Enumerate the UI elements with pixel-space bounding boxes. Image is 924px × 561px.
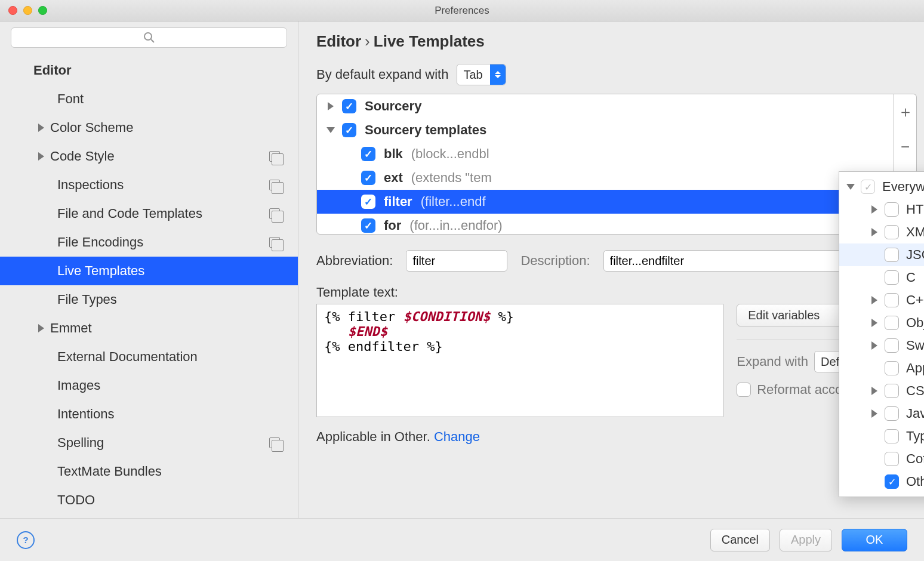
checkbox[interactable] <box>885 293 899 307</box>
titlebar: Preferences <box>0 0 924 21</box>
checkbox[interactable] <box>885 248 899 262</box>
abbreviation-input[interactable] <box>406 250 507 272</box>
template-group-sourcery-templates[interactable]: Sourcery templates <box>317 118 894 142</box>
template-group-sourcery[interactable]: Sourcery <box>317 94 894 118</box>
checkbox[interactable] <box>885 338 899 353</box>
sidebar-item-code-style[interactable]: Code Style <box>0 142 298 171</box>
template-item-blk[interactable]: blk (block...endbl <box>317 142 894 166</box>
ok-button[interactable]: OK <box>842 529 907 551</box>
sidebar-item-file-encodings[interactable]: File Encodings <box>0 228 298 257</box>
cancel-button[interactable]: Cancel <box>710 529 770 551</box>
checkbox[interactable] <box>342 123 356 137</box>
checkbox[interactable] <box>885 452 899 466</box>
sidebar-item-file-code-templates[interactable]: File and Code Templates <box>0 199 298 228</box>
apply-button[interactable]: Apply <box>780 529 832 551</box>
expand-select[interactable]: Tab <box>457 64 506 85</box>
checkbox[interactable] <box>361 195 375 209</box>
checkbox[interactable] <box>361 218 375 233</box>
main-panel: Editor›Live Templates By default expand … <box>298 21 924 518</box>
context-popup: Everywhere HTML XML JSON C C++ Objective… <box>839 171 924 497</box>
chevron-down-icon <box>327 127 335 133</box>
sidebar-item-images[interactable]: Images <box>0 371 298 400</box>
checkbox[interactable] <box>361 171 375 185</box>
chevron-right-icon <box>38 324 44 332</box>
chevron-right-icon <box>871 296 877 304</box>
description-label: Description: <box>520 253 590 269</box>
chevron-right-icon <box>871 387 877 395</box>
checkbox[interactable] <box>361 147 375 161</box>
search-input[interactable] <box>11 27 287 48</box>
template-item-for[interactable]: for (for...in...endfor) <box>317 214 894 235</box>
popup-item-javascript[interactable]: JavaScript <box>839 402 924 425</box>
checkbox[interactable] <box>885 225 899 239</box>
checkbox[interactable] <box>885 474 899 489</box>
sidebar-item-textmate-bundles[interactable]: TextMate Bundles <box>0 457 298 486</box>
template-text-label: Template text: <box>316 285 917 300</box>
svg-line-1 <box>151 39 154 42</box>
chevron-right-icon <box>328 102 334 110</box>
applicable-context: Applicable in Other. Change <box>316 429 917 445</box>
add-button[interactable]: ＋ <box>894 94 916 130</box>
checkbox[interactable] <box>885 270 899 285</box>
sidebar-item-file-types[interactable]: File Types <box>0 285 298 314</box>
checkbox[interactable] <box>885 406 899 421</box>
chevron-right-icon <box>871 409 877 418</box>
sidebar-item-font[interactable]: Font <box>0 85 298 113</box>
project-icon <box>269 208 280 219</box>
project-icon <box>269 237 280 248</box>
checkbox[interactable] <box>885 384 899 398</box>
popup-item-css[interactable]: CSS <box>839 380 924 402</box>
template-text-editor[interactable]: {% filter $CONDITION$ %} $END$ {% endfil… <box>316 304 723 417</box>
popup-item-c[interactable]: C <box>839 266 924 289</box>
change-link[interactable]: Change <box>434 429 480 444</box>
sidebar-item-intentions[interactable]: Intentions <box>0 400 298 429</box>
checkbox[interactable] <box>885 429 899 443</box>
sidebar-item-todo[interactable]: TODO <box>0 486 298 514</box>
sidebar-item-live-templates[interactable]: Live Templates <box>0 257 298 285</box>
popup-item-coffeescript[interactable]: CoffeeScript <box>839 448 924 470</box>
remove-button[interactable]: − <box>894 130 916 165</box>
sidebar-root-editor[interactable]: Editor <box>0 56 298 85</box>
popup-item-html[interactable]: HTML <box>839 198 924 221</box>
chevron-right-icon <box>871 228 877 236</box>
template-item-ext[interactable]: ext (extends "tem <box>317 166 894 190</box>
abbreviation-label: Abbreviation: <box>316 253 393 269</box>
checkbox[interactable] <box>861 180 875 194</box>
popup-item-cpp[interactable]: C++ <box>839 289 924 312</box>
search-icon <box>143 32 155 44</box>
chevron-right-icon <box>871 205 877 214</box>
chevron-right-icon <box>38 152 44 161</box>
project-icon <box>269 437 280 448</box>
expand-label: By default expand with <box>316 67 448 82</box>
chevron-right-icon <box>871 341 877 350</box>
reformat-checkbox[interactable] <box>737 383 751 397</box>
expand-with-label: Expand with <box>737 354 808 369</box>
checkbox[interactable] <box>885 202 899 217</box>
popup-item-swift[interactable]: Swift <box>839 334 924 357</box>
chevron-right-icon <box>38 124 44 132</box>
breadcrumb: Editor›Live Templates <box>316 32 917 51</box>
help-button[interactable]: ? <box>17 531 35 549</box>
preferences-window: Preferences Editor Font Color Scheme Cod… <box>0 0 924 561</box>
chevron-down-icon <box>846 184 855 190</box>
checkbox[interactable] <box>342 99 356 113</box>
breadcrumb-separator: › <box>365 32 370 50</box>
sidebar-item-external-documentation[interactable]: External Documentation <box>0 343 298 371</box>
popup-item-other[interactable]: Other <box>839 470 924 493</box>
checkbox[interactable] <box>885 361 899 375</box>
popup-item-everywhere[interactable]: Everywhere <box>839 175 924 198</box>
sidebar-item-color-scheme[interactable]: Color Scheme <box>0 113 298 142</box>
chevron-right-icon <box>871 319 877 327</box>
sidebar-item-spelling[interactable]: Spelling <box>0 429 298 457</box>
popup-item-objc[interactable]: Objective-C <box>839 312 924 334</box>
popup-item-applescript[interactable]: AppleScript <box>839 357 924 380</box>
sidebar-tree: Editor Font Color Scheme Code Style Insp… <box>0 56 298 514</box>
popup-item-xml[interactable]: XML <box>839 221 924 243</box>
select-caret-icon <box>490 64 506 85</box>
sidebar-item-inspections[interactable]: Inspections <box>0 171 298 199</box>
template-item-filter[interactable]: filter (filter...endf <box>317 190 894 214</box>
checkbox[interactable] <box>885 316 899 330</box>
popup-item-json[interactable]: JSON <box>839 243 924 266</box>
popup-item-typescript[interactable]: TypeScript <box>839 425 924 448</box>
sidebar-item-emmet[interactable]: Emmet <box>0 314 298 343</box>
